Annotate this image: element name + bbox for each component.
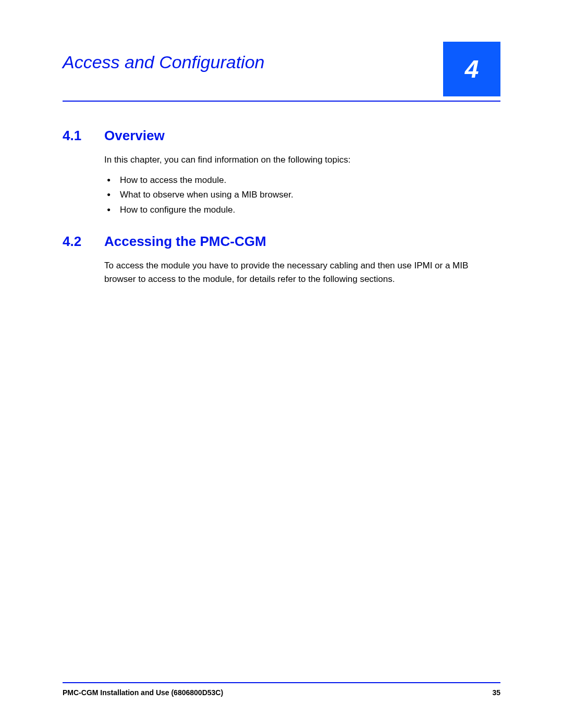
chapter-number-box: 4 — [443, 42, 500, 96]
list-item: How to configure the module. — [104, 203, 500, 218]
footer-doc-title: PMC-CGM Installation and Use (6806800D53… — [63, 688, 223, 697]
section-number: 4.2 — [63, 233, 89, 250]
page-number: 35 — [492, 688, 500, 697]
list-item: What to observe when using a MIB browser… — [104, 188, 500, 203]
section-number: 4.1 — [63, 128, 89, 144]
section-intro-text: In this chapter, you can find informatio… — [104, 153, 500, 167]
header-divider — [63, 101, 500, 102]
chapter-title: Access and Configuration — [63, 42, 264, 72]
section-body-text: To access the module you have to provide… — [104, 259, 500, 286]
section-overview: 4.1 Overview In this chapter, you can fi… — [63, 128, 500, 218]
section-name: Accessing the PMC-CGM — [104, 233, 266, 250]
section-name: Overview — [104, 128, 165, 144]
footer-divider — [63, 682, 500, 683]
page-footer: PMC-CGM Installation and Use (6806800D53… — [63, 682, 500, 697]
list-item: How to access the module. — [104, 173, 500, 188]
overview-bullet-list: How to access the module. What to observ… — [104, 173, 500, 218]
section-accessing: 4.2 Accessing the PMC-CGM To access the … — [63, 233, 500, 292]
